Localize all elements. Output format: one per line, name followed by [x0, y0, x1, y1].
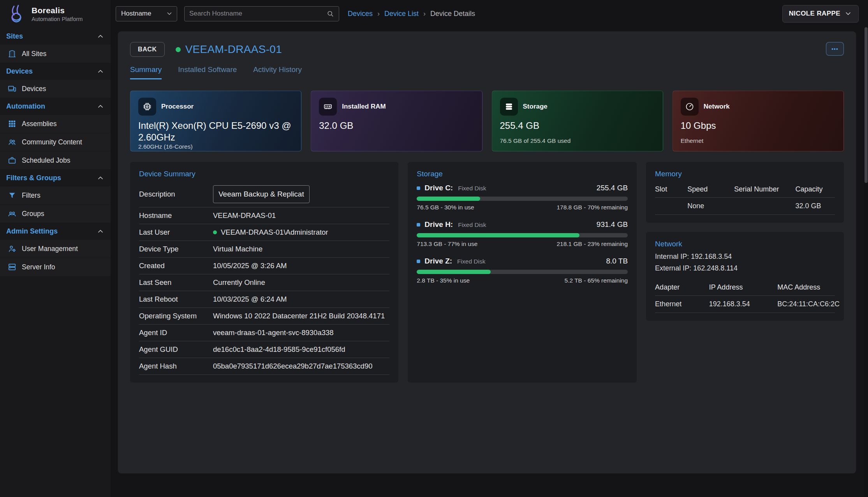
- memory-table-header: Slot Speed Serial Number Capacity: [655, 181, 835, 198]
- drive-usage-bar: [417, 233, 628, 237]
- groups-icon: [8, 209, 16, 218]
- tab-installed-software[interactable]: Installed Software: [178, 65, 237, 79]
- chevron-up-icon: [97, 103, 104, 111]
- breadcrumb-device-list[interactable]: Device List: [384, 10, 419, 18]
- sidebar-section-sites[interactable]: Sites: [0, 28, 111, 45]
- summary-row-operating-system: Operating System Windows 10 2022 Datacen…: [139, 308, 389, 325]
- breadcrumb-device-details: Device Details: [430, 10, 475, 18]
- hostname-filter-select[interactable]: Hostname: [116, 6, 177, 21]
- drive-usage-bar: [417, 270, 628, 274]
- tab-activity-history[interactable]: Activity History: [253, 65, 302, 79]
- stat-card-label: Storage: [523, 103, 548, 111]
- sidebar-section-filters-groups[interactable]: Filters & Groups: [0, 170, 111, 186]
- sidebar-section-admin-settings[interactable]: Admin Settings: [0, 223, 111, 240]
- stat-card-value: Intel(R) Xeon(R) CPU E5-2690 v3 @ 2.60GH…: [138, 120, 293, 143]
- breadcrumb-devices[interactable]: Devices: [348, 10, 373, 18]
- drive-bullet-icon: [417, 260, 420, 263]
- drive-bullet-icon: [417, 186, 420, 190]
- people-icon: [8, 138, 16, 146]
- stat-card-label: Installed RAM: [342, 103, 386, 111]
- user-menu-button[interactable]: NICOLE RAPPE: [782, 5, 859, 23]
- drive-row-z: Drive Z: Fixed Disk 8.0 TB 2.8 TB - 35% …: [417, 257, 628, 284]
- more-options-button[interactable]: •••: [826, 42, 844, 56]
- tabs: Summary Installed Software Activity Hist…: [130, 65, 844, 80]
- brand-name: Borealis: [32, 6, 83, 15]
- network-panel: Network Internal IP: 192.168.3.54 Extern…: [646, 232, 844, 321]
- sidebar-section-automation[interactable]: Automation: [0, 98, 111, 115]
- summary-row-agent-hash: Agent Hash 05ba0e7935171d626ecea29b27d7a…: [139, 358, 389, 375]
- search-icon[interactable]: [326, 10, 334, 18]
- user-gear-icon: [8, 244, 16, 253]
- brand-subtitle: Automation Platform: [32, 16, 83, 22]
- stat-card-storage: Storage 255.4 GB 76.5 GB of 255.4 GB use…: [492, 91, 663, 151]
- sidebar-section-label: Sites: [6, 32, 23, 40]
- hostname-filter-label: Hostname: [121, 10, 151, 18]
- internal-ip: Internal IP: 192.168.3.54: [655, 251, 835, 262]
- stat-card-footer: Ethernet: [681, 137, 836, 144]
- chevron-down-icon: [844, 10, 852, 18]
- drive-row-h: Drive H: Fixed Disk 931.4 GB 713.3 GB - …: [417, 220, 628, 248]
- briefcase-icon: [8, 156, 16, 165]
- online-dot: [213, 230, 217, 234]
- stat-card-footer: 76.5 GB of 255.4 GB used: [500, 137, 655, 144]
- summary-row-hostname: Hostname VEEAM-DRAAS-01: [139, 207, 389, 224]
- sidebar-item-scheduled-jobs[interactable]: Scheduled Jobs: [0, 151, 111, 170]
- sidebar-item-assemblies[interactable]: Assemblies: [0, 115, 111, 133]
- network-table-row: Ethernet 192.168.3.54 BC:24:11:CA:C6:2C: [655, 296, 835, 313]
- chevron-up-icon: [97, 174, 104, 182]
- panel-title: Memory: [655, 170, 835, 178]
- summary-row-created: Created 10/05/2025 @ 3:26 AM: [139, 258, 389, 274]
- building-icon: [8, 49, 16, 58]
- sidebar-item-groups[interactable]: Groups: [0, 205, 111, 223]
- scrollbar[interactable]: [864, 27, 868, 497]
- memory-panel: Memory Slot Speed Serial Number Capacity…: [646, 162, 844, 223]
- topbar: Hostname Devices › Device List › Device …: [111, 0, 868, 27]
- summary-row-last-seen: Last Seen Currently Online: [139, 274, 389, 291]
- sidebar-item-label: Assemblies: [22, 120, 56, 128]
- drive-bullet-icon: [417, 223, 420, 227]
- summary-row-agent-guid: Agent GUID de16c0c1-8aa2-4d18-9585-9ce91…: [139, 341, 389, 358]
- storage-panel: Storage Drive C: Fixed Disk 255.4 GB 76.…: [408, 162, 637, 383]
- sidebar-item-devices[interactable]: Devices: [0, 80, 111, 98]
- sidebar-item-label: Scheduled Jobs: [22, 156, 70, 165]
- sidebar-item-label: Server Info: [22, 263, 55, 271]
- sidebar-item-filters[interactable]: Filters: [0, 186, 111, 205]
- sidebar-item-label: User Management: [22, 245, 78, 253]
- stat-cards: Processor Intel(R) Xeon(R) CPU E5-2690 v…: [130, 91, 844, 151]
- stat-card-value: 255.4 GB: [500, 120, 655, 132]
- drive-usage-bar-fill: [417, 233, 579, 237]
- network-table-header: Adapter IP Address MAC Address: [655, 279, 835, 296]
- sidebar-item-all-sites[interactable]: All Sites: [0, 45, 111, 63]
- hostname-search-input[interactable]: [189, 10, 326, 18]
- summary-row-last-reboot: Last Reboot 10/03/2025 @ 6:24 AM: [139, 291, 389, 308]
- sidebar-section-label: Automation: [6, 102, 45, 111]
- scrollbar-thumb[interactable]: [864, 27, 868, 183]
- online-status-dot: [176, 47, 181, 52]
- sidebar-section-devices[interactable]: Devices: [0, 63, 111, 80]
- stat-card-network: Network 10 Gbps Ethernet: [673, 91, 844, 151]
- sidebar-item-community-content[interactable]: Community Content: [0, 133, 111, 151]
- summary-row-agent-id: Agent ID veeam-draas-01-agent-svc-8930a3…: [139, 325, 389, 341]
- stat-card-processor: Processor Intel(R) Xeon(R) CPU E5-2690 v…: [130, 91, 301, 151]
- summary-row-last-user: Last User VEEAM-DRAAS-01\Administrator: [139, 224, 389, 241]
- description-input[interactable]: [213, 185, 310, 203]
- stat-card-installed-ram: Installed RAM 32.0 GB: [311, 91, 482, 151]
- tab-summary[interactable]: Summary: [130, 65, 162, 79]
- device-summary-panel: Device Summary Description Hostname VEEA…: [130, 162, 398, 383]
- sidebar-section-label: Admin Settings: [6, 227, 58, 235]
- back-button[interactable]: BACK: [130, 42, 165, 57]
- devices-icon: [8, 84, 16, 93]
- user-name: NICOLE RAPPE: [789, 10, 840, 18]
- chevron-up-icon: [97, 33, 104, 40]
- sidebar-item-user-management[interactable]: User Management: [0, 240, 111, 258]
- detail-columns: Device Summary Description Hostname VEEA…: [130, 162, 844, 383]
- chevron-up-icon: [97, 68, 104, 76]
- borealis-logo-icon: [6, 4, 26, 24]
- gauge-icon: [681, 98, 699, 116]
- summary-row-description: Description: [139, 181, 389, 207]
- sidebar-section-label: Filters & Groups: [6, 174, 61, 182]
- sidebar-nav: Sites All Sites Devices Devices Automati…: [0, 28, 111, 276]
- sidebar-section-label: Devices: [6, 67, 33, 76]
- ram-icon: [319, 98, 337, 116]
- sidebar-item-server-info[interactable]: Server Info: [0, 258, 111, 276]
